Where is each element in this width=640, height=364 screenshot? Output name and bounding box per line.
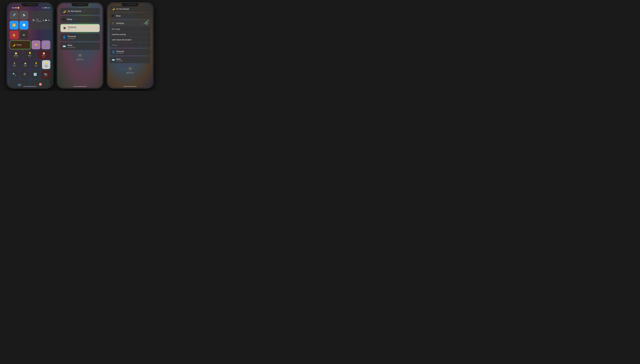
power-button-2[interactable]: [103, 24, 103, 34]
camera-tile[interactable]: 📷: [41, 70, 50, 79]
power-button-3[interactable]: [153, 24, 153, 34]
home-indicator-3[interactable]: [124, 86, 137, 87]
cc-row-1: ✈️ 📡 📶 🅱: [10, 11, 50, 30]
volume-up-button-3[interactable]: [107, 25, 107, 32]
play-button[interactable]: ▶: [46, 19, 47, 22]
personal-row[interactable]: 👤 Personal Get Started: [60, 34, 100, 41]
airplay-icon: 📡: [32, 19, 35, 22]
personal-title-3: Personal: [116, 50, 148, 52]
console-title: Conse...: [42, 55, 46, 56]
living-home-tile[interactable]: 🏠 Living... Home...: [21, 60, 30, 69]
volume-down-button-3[interactable]: [107, 34, 107, 40]
brightness-tile[interactable]: ☀️: [32, 40, 41, 49]
notch-camera-3: [134, 4, 136, 6]
new-focus-button-3[interactable]: + New Focus: [110, 66, 151, 74]
timer-icon: ⏱: [23, 73, 26, 76]
battery-label: 100%: [44, 7, 48, 8]
dnd-row-3[interactable]: 🌙 Do Not Disturb ···: [110, 6, 151, 12]
flashlight-tile[interactable]: 🔦: [10, 70, 19, 79]
study-lights-icon: 💡: [45, 62, 48, 64]
kitchen-title: Kitchen: [13, 64, 16, 66]
timer-tile[interactable]: ⏱: [20, 70, 30, 79]
cc-row-5: 🍳 Kitchen Naim... 🏠 Living... Home... 💡 …: [10, 60, 50, 69]
cellular-icon: 📡: [23, 14, 25, 16]
focus-tile[interactable]: 🌙 Focus: [10, 40, 31, 49]
dnd-row[interactable]: 🌙 Do Not Disturb ···: [60, 8, 100, 15]
airplane-tile[interactable]: ✈️: [10, 11, 19, 20]
studying-exp-icon: 🎓: [112, 22, 115, 24]
personal-icon-3: 👤: [112, 50, 115, 54]
living-home-title: Living...: [24, 64, 27, 66]
dnd-icon-3: 🌙: [112, 8, 115, 10]
work-subtitle: Get Started: [68, 46, 98, 48]
bluetooth-tile[interactable]: 🅱: [20, 21, 28, 30]
new-focus-plus-icon-3: +: [127, 66, 133, 72]
living-lights-title: Living...: [34, 64, 38, 66]
dnd-title: Do Not Disturb: [68, 10, 81, 12]
mute-switch[interactable]: [7, 18, 7, 23]
studying-icon: 🎓: [63, 26, 66, 30]
home-indicator[interactable]: [24, 86, 37, 87]
dnd-dots-3: ···: [147, 8, 148, 10]
work-icon-3: 🪪: [112, 58, 115, 61]
airplane-icon: ✈️: [12, 14, 16, 17]
screen-mirror-tile[interactable]: ⧉: [20, 30, 28, 40]
new-focus-button[interactable]: + New Focus: [60, 52, 100, 60]
settings-option[interactable]: Settings: [110, 42, 151, 48]
dnd-icon: 🌙: [63, 10, 66, 13]
duration-until-location[interactable]: Until I leave this location: [110, 37, 151, 42]
brightness-icon: ☀️: [35, 44, 38, 46]
sleep-icon: 🛏: [63, 18, 65, 21]
phone-2: 🌙 Do Not Disturb ··· 🛏 Sleep ··· 🎓: [57, 2, 103, 88]
calculator-tile[interactable]: 🔢: [31, 70, 40, 79]
prev-button[interactable]: ⏮: [43, 19, 44, 21]
wifi-tile[interactable]: 📶: [10, 21, 19, 30]
carrier-label: No SIM: [12, 7, 17, 8]
kitchen-icon: 🍳: [14, 62, 16, 64]
console-icon: 🏠: [43, 52, 45, 55]
studying-row[interactable]: 🎓 Studying On ···: [60, 24, 100, 32]
volume-tile[interactable]: 🔊: [42, 40, 50, 49]
home-icon-1: 🏠: [15, 52, 18, 55]
rotation-lock-tile[interactable]: 🔒: [10, 30, 19, 40]
duration-for-1-hour[interactable]: For 1 hour: [110, 26, 151, 32]
volume-up-button-2[interactable]: [57, 25, 57, 32]
console-tile[interactable]: 🏠 Conse... Home...: [38, 50, 50, 59]
work-row[interactable]: 🪪 Work Get Started: [60, 42, 100, 50]
cc-row-3: 🌙 Focus ☀️ 🔊: [10, 40, 50, 49]
focus-moon-icon: 🌙: [12, 43, 15, 46]
media-player-tile[interactable]: 📡 Not Playing ⏮ ▶ ⏭: [31, 11, 52, 30]
bedroom-sub: Light: [29, 56, 31, 58]
idabank-sub: Favourites: [14, 56, 18, 58]
notch-camera-2: [84, 4, 86, 6]
power-button[interactable]: [53, 24, 53, 34]
sleep-dots: ···: [74, 18, 76, 20]
wifi-icon: 📶: [18, 7, 19, 9]
study-lights-tile[interactable]: 💡 StudyLights: [42, 60, 50, 69]
volume-down-button[interactable]: [7, 34, 7, 40]
idabank-tile[interactable]: 🏠 Idabank Favourites: [10, 50, 23, 59]
mute-switch-2[interactable]: [57, 18, 57, 23]
sleep-title: Sleep: [67, 18, 72, 20]
next-button[interactable]: ⏭: [48, 19, 50, 21]
personal-subtitle-3: Get Started: [116, 52, 148, 54]
kitchen-sub: Naim...: [13, 66, 16, 67]
studying-title: Studying: [68, 26, 94, 28]
living-lights-tile[interactable]: 💡 Living... Lights: [31, 60, 41, 69]
mute-switch-3[interactable]: [107, 18, 107, 23]
sleep-row-3[interactable]: 🛏 Sleep ···: [110, 13, 151, 19]
kitchen-tile[interactable]: 🍳 Kitchen Naim...: [10, 60, 19, 69]
study-lights-label: StudyLights: [45, 65, 48, 67]
volume-icon: 🔊: [45, 44, 47, 46]
sleep-row[interactable]: 🛏 Sleep ···: [60, 16, 100, 22]
volume-down-button-2[interactable]: [57, 34, 57, 40]
connectivity-block: ✈️ 📡 📶 🅱: [10, 11, 28, 30]
duration-until-evening[interactable]: Until this evening: [110, 32, 151, 37]
living-home-sub: Home...: [24, 66, 27, 67]
volume-up-button[interactable]: [7, 25, 7, 32]
work-row-3[interactable]: 🪪 Work Get Started: [110, 56, 151, 63]
cellular-tile[interactable]: 📡: [20, 11, 28, 20]
home-indicator-2[interactable]: [74, 86, 87, 87]
personal-row-3[interactable]: 👤 Personal Get Started: [110, 48, 151, 56]
bedroom-tile[interactable]: 💡 Bedro... Light: [24, 50, 37, 59]
